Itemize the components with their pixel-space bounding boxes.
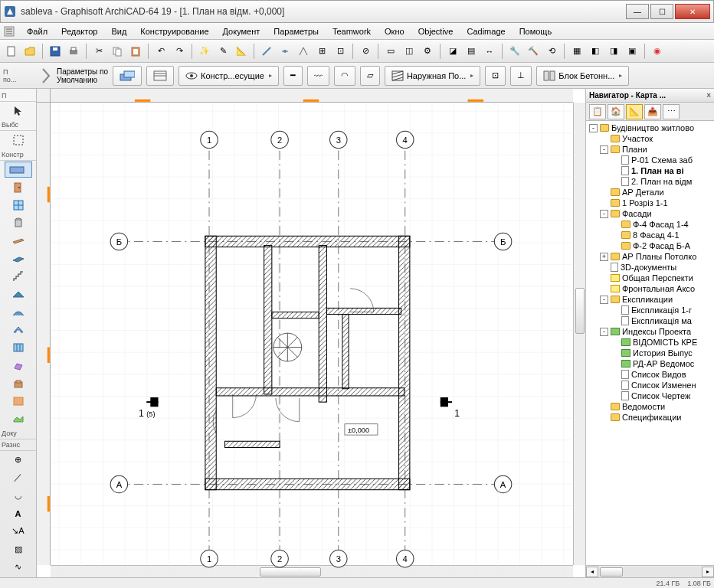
wand-icon[interactable]: ✨: [196, 43, 213, 60]
tree-item[interactable]: 2. План на відм: [588, 176, 712, 187]
nav-tab-project[interactable]: 📋: [589, 104, 606, 119]
navigator-close-icon[interactable]: ×: [706, 91, 711, 100]
navigator-hscroll[interactable]: ◂▸: [586, 565, 714, 577]
column-tool[interactable]: [5, 214, 32, 230]
refline-button[interactable]: ⊥: [510, 66, 532, 86]
tree-item[interactable]: Ф-2 Фасад Б-А: [588, 240, 712, 251]
tree-item[interactable]: Список Чертеж: [588, 390, 712, 401]
view2-icon[interactable]: ◧: [587, 43, 604, 60]
drawing-canvas[interactable]: 1234 1234 ББАА: [37, 89, 585, 577]
tool3-icon[interactable]: ⟲: [543, 43, 560, 60]
menu-параметры[interactable]: Параметры: [267, 25, 326, 38]
morph-tool[interactable]: [5, 358, 32, 374]
print-icon[interactable]: [65, 43, 82, 60]
copy-icon[interactable]: [109, 43, 126, 60]
tree-item[interactable]: +АР Планы Потолко: [588, 251, 712, 262]
coating-combo[interactable]: Наружная По...▸: [385, 66, 480, 86]
view4-icon[interactable]: ▣: [624, 43, 640, 60]
redo-icon[interactable]: ↷: [171, 43, 188, 60]
tree-item[interactable]: -Будівництво житлово: [588, 122, 712, 133]
window-tool[interactable]: [5, 197, 32, 213]
section-toggle-icon[interactable]: ▤: [463, 43, 480, 60]
save-icon[interactable]: [47, 43, 64, 60]
tree-expander[interactable]: -: [589, 124, 598, 132]
geometry3-button[interactable]: ◠: [334, 66, 355, 86]
menu-окно[interactable]: Окно: [378, 25, 411, 38]
pencil-icon[interactable]: ✎: [215, 43, 231, 60]
dimension-icon[interactable]: ↔: [481, 43, 498, 60]
menu-objective[interactable]: Objective: [411, 25, 460, 38]
door-tool[interactable]: [5, 179, 32, 195]
suspend-icon[interactable]: ⊘: [357, 43, 374, 60]
beam-tool[interactable]: [5, 233, 32, 249]
object-tool[interactable]: [5, 375, 32, 391]
tree-item[interactable]: Ф-4 Фасад 1-4: [588, 219, 712, 230]
menu-редактор[interactable]: Редактор: [54, 25, 104, 38]
menu-teamwork[interactable]: Teamwork: [326, 25, 378, 38]
clear-hatch-button[interactable]: ⊡: [485, 66, 506, 86]
tree-item[interactable]: Експликація 1-г: [588, 305, 712, 315]
minimize-button[interactable]: —: [626, 4, 649, 19]
shell-tool[interactable]: [5, 304, 32, 320]
tree-item[interactable]: Експликація ма: [588, 315, 712, 326]
tree-item[interactable]: 1 Розріз 1-1: [588, 198, 712, 208]
view3-icon[interactable]: ◨: [605, 43, 622, 60]
arc-tool[interactable]: ◡: [5, 488, 32, 504]
nav-tab-layout[interactable]: 📐: [626, 104, 643, 119]
wall-settings-button[interactable]: [113, 66, 142, 86]
tree-item[interactable]: Список Изменен: [588, 380, 712, 390]
snap4-icon[interactable]: ⊞: [313, 43, 330, 60]
tree-item[interactable]: Ведомости: [588, 401, 712, 412]
tree-item[interactable]: Общая Перспекти: [588, 273, 712, 283]
tree-expander[interactable]: +: [600, 253, 608, 261]
nav-tab-more[interactable]: ⋯: [663, 104, 680, 119]
slab-tool[interactable]: [5, 250, 32, 266]
arrow-tool[interactable]: [5, 103, 32, 119]
layer-combo[interactable]: Констр...есущие▸: [178, 66, 279, 86]
stair-tool[interactable]: [5, 268, 32, 284]
tree-item[interactable]: 1. План на ві: [588, 165, 712, 176]
nav-tab-publisher[interactable]: 📤: [644, 104, 661, 119]
geometry4-button[interactable]: ▱: [360, 66, 380, 86]
text-tool[interactable]: A: [5, 505, 32, 521]
geometry2-button[interactable]: 〰: [307, 66, 329, 86]
paste-icon[interactable]: [127, 43, 144, 60]
nav-tab-view[interactable]: 🏠: [608, 104, 624, 119]
menu-вид[interactable]: Вид: [104, 25, 133, 38]
ruler-icon[interactable]: 📐: [233, 43, 250, 60]
tree-item[interactable]: -Индексы Проекта: [588, 326, 712, 337]
geometry1-button[interactable]: ━: [283, 66, 303, 86]
view1-icon[interactable]: ▦: [568, 43, 585, 60]
skylight-tool[interactable]: [5, 322, 32, 338]
tree-expander[interactable]: -: [600, 210, 608, 218]
snap3-icon[interactable]: [295, 43, 312, 60]
menu-помощь[interactable]: Помощь: [513, 25, 559, 38]
tree-item[interactable]: ВІДОМІСТЬ КРЕ: [588, 337, 712, 348]
tree-item[interactable]: -Фасади: [588, 208, 712, 219]
spline-tool[interactable]: ∿: [5, 559, 32, 575]
tree-item[interactable]: -Експликации: [588, 294, 712, 305]
tool-icon[interactable]: 🔧: [506, 43, 523, 60]
menu-конструирование[interactable]: Конструирование: [133, 25, 215, 38]
line-tool[interactable]: ／: [5, 469, 32, 485]
tree-expander[interactable]: -: [600, 145, 608, 154]
app-menu-icon[interactable]: [3, 25, 15, 38]
snap5-icon[interactable]: ⊡: [332, 43, 349, 60]
tree-item[interactable]: -Плани: [588, 144, 712, 155]
trace-icon[interactable]: ◫: [401, 43, 418, 60]
zone-tool[interactable]: [5, 393, 32, 409]
wall-tool[interactable]: [5, 162, 32, 178]
menu-cadimage[interactable]: Cadimage: [460, 25, 512, 38]
curtainwall-tool[interactable]: [5, 340, 32, 356]
options-icon[interactable]: ⚙: [419, 43, 436, 60]
navigator-tree[interactable]: -Будівництво житловоУчасток-ПланиР-01 Сх…: [586, 121, 714, 565]
tree-item[interactable]: АР Детали: [588, 187, 712, 198]
layer-icon[interactable]: ▭: [382, 43, 399, 60]
grid-tool[interactable]: ⊕: [5, 452, 32, 468]
maximize-button[interactable]: ☐: [650, 4, 673, 19]
fill-tool[interactable]: ▨: [5, 541, 32, 557]
snap2-icon[interactable]: [277, 43, 293, 60]
menu-файл[interactable]: Файл: [20, 25, 54, 38]
new-icon[interactable]: [3, 43, 20, 60]
tree-expander[interactable]: -: [600, 328, 608, 336]
